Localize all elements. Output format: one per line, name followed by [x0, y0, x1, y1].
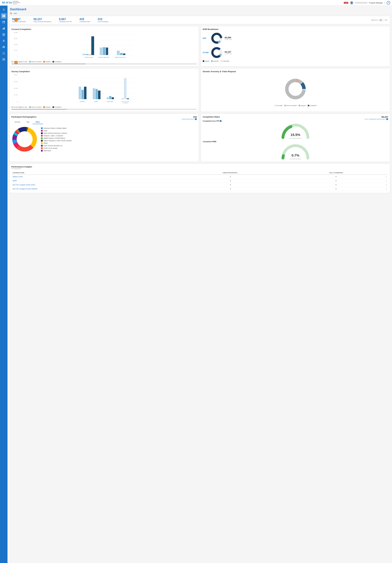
consent-chart-area: 0 23,197 46,394 69,591 92,788	[11, 32, 197, 60]
table-row: Addison Union 0 0 ∨	[11, 175, 388, 179]
tab-race[interactable]: Race	[33, 120, 43, 124]
cr-pmb-title: Completed PM/B	[203, 141, 216, 142]
svg-text:Lifestyle: Lifestyle	[94, 101, 98, 102]
notification-badge[interactable]: 1191	[344, 2, 348, 4]
sidebar-dashboard-icon[interactable]	[1, 13, 7, 19]
demo-label-8: Prefer not to answer	[44, 147, 58, 149]
y1: 23,197	[11, 50, 18, 51]
awardee-name-0[interactable]: Addison Union	[11, 175, 176, 179]
s-leg-2: Have not started	[31, 106, 41, 108]
svg-rect-44	[117, 51, 120, 55]
program-manager-label[interactable]: Program Manager	[369, 2, 383, 4]
awardee-name-3[interactable]: AoU Tier II Support Center (Vibrent)	[11, 187, 176, 191]
demo-label-9: Multi-Race	[44, 150, 51, 152]
percent-toggle[interactable]	[379, 19, 384, 21]
consent-scrollbar[interactable]	[11, 64, 197, 64]
sidebar-document-icon[interactable]	[1, 32, 7, 38]
consent-completion-card: Consent Completion 0 23,197 46,394 69,59…	[9, 26, 199, 66]
s-leg-3: Stopped	[45, 106, 51, 108]
demo-dot-0	[41, 127, 43, 129]
user-avatar[interactable]: 👤	[350, 1, 353, 4]
ehr-donut-2	[210, 46, 223, 59]
survey-title: Survey Completion	[11, 70, 197, 73]
sidebar-calendar-icon[interactable]	[1, 19, 7, 25]
ehr-agreed-dot	[203, 60, 204, 62]
demo-dot-9	[41, 150, 43, 152]
row-expand-0[interactable]: ∨	[386, 176, 387, 178]
th-core[interactable]: CORE PARTICIPANTS	[176, 171, 285, 175]
consent-y-axis: 0 23,197 46,394 69,591 92,788	[11, 32, 18, 60]
ehr-agreed-label: Agreed	[205, 60, 209, 62]
ehr-legend: Agreed Declined Undecided	[203, 60, 388, 62]
stat-registered: 92,787 Registered Individuals	[12, 18, 26, 23]
th-awardee[interactable]: AWARDEE NAME	[11, 171, 176, 175]
row-expand-2[interactable]: ∨	[386, 184, 387, 186]
svg-rect-60	[82, 90, 84, 99]
svg-rect-65	[98, 90, 100, 99]
demo-label-4: Middle Eastern or North African	[44, 137, 65, 139]
awardee-name-1[interactable]: ADDY	[11, 179, 176, 183]
demo-race-content: American Indian or Alaska Native Asian B…	[11, 126, 197, 153]
sidebar-network-icon[interactable]	[1, 51, 7, 56]
svg-point-27	[3, 59, 3, 59]
survey-scrollbar[interactable]	[11, 109, 197, 110]
svg-rect-71	[122, 98, 124, 99]
s-leg-dot-1	[11, 106, 13, 108]
sy4: 92,612	[11, 74, 18, 76]
th-consented[interactable]: FULLY CONSENTED	[285, 171, 388, 175]
stat-divider-2	[55, 18, 55, 23]
ehr-label-1: EHR	[203, 38, 209, 39]
s-leg-1: Not yet eligible to start	[13, 106, 27, 108]
view-as-toggle[interactable]: VIEW AS % OFF	[371, 18, 388, 23]
demo-tabs: Gender Age Race	[11, 120, 197, 124]
help-button[interactable]: ?	[387, 1, 390, 4]
demo-info-icon[interactable]: i	[195, 118, 197, 120]
svg-line-24	[4, 52, 4, 53]
gen-dot-2	[284, 105, 286, 106]
stat-registered-label: Registered Individuals	[12, 21, 26, 23]
gen-legend-completed: Completed	[308, 105, 317, 106]
perf-table-body: Addison Union 0 0 ∨ ADDY 0 0 ∨	[11, 175, 388, 191]
svg-point-29	[3, 59, 4, 60]
ehr-undecided-label: Undecided	[222, 60, 229, 62]
cr-ppi-info-icon[interactable]: i	[220, 120, 221, 122]
demo-dot-1	[41, 130, 43, 132]
core-1: 0	[176, 179, 285, 183]
core-ppi-gauge-svg: 15.5% 9,067 PARTICIPANTS	[280, 122, 311, 139]
performance-table: AWARDEE NAME CORE PARTICIPANTS FULLY CON…	[11, 171, 388, 191]
ehr-info-2: 44,167 COMPLETED	[224, 51, 232, 55]
logo-sub: PROGRAM MANAGEMENT TOOLKIT	[13, 1, 20, 5]
svg-text:Updated Primary Cons...: Updated Primary Cons...	[115, 57, 127, 58]
ehr-legend-undecided: Undecided	[220, 60, 229, 62]
gen-label-2: Have not started	[286, 105, 297, 106]
top-grid: Consent Completion 0 23,197 46,394 69,59…	[9, 26, 390, 66]
svg-point-16	[3, 46, 4, 47]
s-leg-dot-2	[29, 106, 31, 108]
svg-point-93	[17, 131, 32, 147]
demo-dot-4	[41, 137, 43, 139]
survey-legend-not-started: Have not started	[29, 106, 41, 108]
sidebar-chart-icon[interactable]	[1, 26, 7, 31]
survey-bar-svg: The Basics Lifestyle Overall Health	[18, 74, 197, 105]
row-expand-3[interactable]: ∨	[386, 188, 387, 190]
cr-info-icon[interactable]: i	[386, 118, 388, 120]
breadcrumb-home-icon[interactable]: 🏠	[10, 12, 12, 14]
sidebar-menu-icon[interactable]: ☰	[1, 7, 7, 13]
svg-rect-1	[4, 15, 5, 16]
dropdown-arrow[interactable]: ▾	[384, 2, 385, 4]
tab-age[interactable]: Age	[23, 120, 33, 124]
sidebar-people-icon[interactable]	[1, 57, 7, 62]
stat-core-label: Core Participants	[98, 21, 109, 23]
row-expand-1[interactable]: ∨	[386, 180, 387, 182]
consent-scrollbar-thumb[interactable]	[11, 64, 86, 64]
ehr-card: EHR Breakdown EHR 46,890	[201, 26, 390, 66]
tab-gender[interactable]: Gender	[11, 120, 23, 124]
svg-rect-63	[93, 88, 95, 99]
perf-table-header: AWARDEE NAME CORE PARTICIPANTS FULLY CON…	[11, 171, 388, 175]
stat-core-ppi-num: 9,067	[59, 18, 72, 21]
sidebar-person-icon[interactable]	[1, 38, 7, 44]
consented-3: 0 ∨	[285, 187, 388, 191]
awardee-name-2[interactable]: AoU Tier I Support Center (DXC)	[11, 183, 176, 187]
survey-scrollbar-thumb[interactable]	[11, 109, 67, 110]
sidebar-group-icon[interactable]	[1, 44, 7, 50]
